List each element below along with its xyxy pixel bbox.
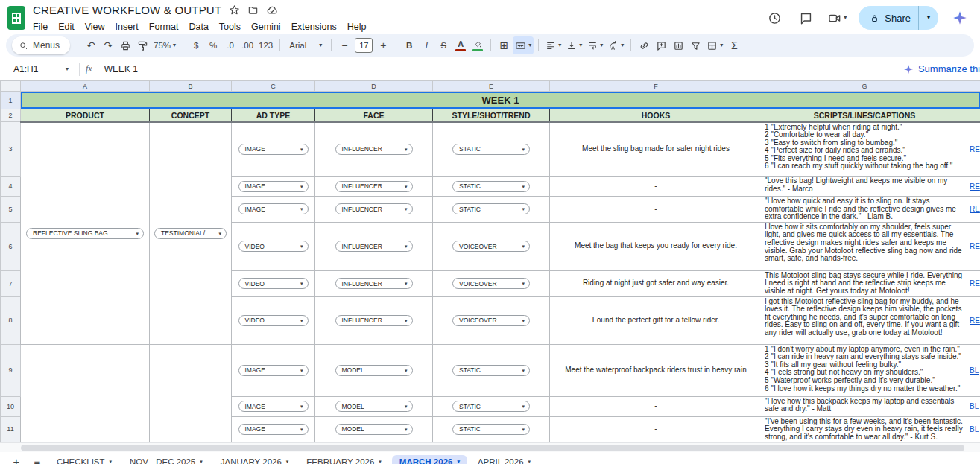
increase-font-size-button[interactable]: + bbox=[375, 36, 391, 54]
font-select[interactable]: Arial ▾ bbox=[285, 36, 326, 54]
header-ad-type[interactable]: AD TYPE bbox=[232, 109, 315, 122]
search-menus-button[interactable]: Menus bbox=[12, 36, 70, 54]
script-cell[interactable]: "I've been using this for a few weeks, a… bbox=[762, 416, 967, 442]
ad-type-cell[interactable]: IMAGE▾ bbox=[232, 396, 315, 416]
ad-type-cell[interactable]: IMAGE▾ bbox=[232, 344, 315, 396]
ad-type-cell[interactable]: IMAGE▾ bbox=[232, 197, 315, 223]
style-select[interactable]: STATIC▾ bbox=[452, 203, 530, 214]
style-select[interactable]: STATIC▾ bbox=[452, 365, 530, 376]
ad-type-cell[interactable]: VIDEO▾ bbox=[232, 222, 315, 270]
row-header[interactable]: 2 bbox=[1, 109, 21, 122]
menu-tools[interactable]: Tools bbox=[214, 22, 246, 32]
insert-comment-button[interactable] bbox=[653, 36, 669, 54]
hook-cell[interactable]: - bbox=[550, 396, 762, 416]
scrollbar-thumb[interactable] bbox=[21, 445, 964, 451]
sheets-logo-icon[interactable] bbox=[7, 6, 25, 30]
column-header-h[interactable] bbox=[967, 81, 980, 92]
link-cell[interactable]: RE bbox=[967, 222, 980, 270]
gemini-button[interactable] bbox=[950, 8, 970, 28]
text-color-button[interactable]: A bbox=[452, 36, 469, 54]
ad-type-cell[interactable]: VIDEO▾ bbox=[232, 270, 315, 296]
number-format-button[interactable]: 123 bbox=[256, 36, 275, 54]
product-cell[interactable] bbox=[21, 344, 150, 442]
text-wrap-button[interactable]: ▾ bbox=[585, 36, 605, 54]
hook-cell[interactable]: Found the perfect gift for a fellow ride… bbox=[550, 296, 762, 344]
name-box[interactable]: A1:H1 ▾ bbox=[9, 64, 73, 74]
ad-type-cell[interactable]: IMAGE▾ bbox=[232, 122, 315, 177]
percent-format-button[interactable]: % bbox=[205, 36, 221, 54]
column-header-e[interactable]: E bbox=[433, 81, 550, 92]
link-cell[interactable]: RE bbox=[967, 177, 980, 197]
menu-gemini[interactable]: Gemini bbox=[246, 22, 286, 32]
version-history-button[interactable] bbox=[765, 8, 784, 28]
header-product[interactable]: PRODUCT bbox=[21, 109, 150, 122]
ad-type-select[interactable]: IMAGE▾ bbox=[238, 144, 309, 155]
strikethrough-button[interactable]: S bbox=[435, 36, 452, 54]
undo-button[interactable]: ↶ bbox=[83, 36, 99, 54]
row-header[interactable]: 11 bbox=[1, 416, 21, 442]
script-cell[interactable]: "I love how quick and easy it is to slin… bbox=[762, 197, 967, 223]
hook-cell[interactable]: Meet the sling bag made for safer night … bbox=[550, 122, 762, 177]
link-cell[interactable]: RE bbox=[967, 197, 980, 223]
menu-edit[interactable]: Edit bbox=[53, 22, 80, 32]
style-select[interactable]: STATIC▾ bbox=[452, 401, 530, 412]
meet-button[interactable]: ▾ bbox=[827, 11, 847, 25]
face-select[interactable]: INFLUENCER▾ bbox=[335, 278, 413, 289]
face-select[interactable]: INFLUENCER▾ bbox=[335, 203, 413, 214]
italic-button[interactable]: I bbox=[418, 36, 434, 54]
share-dropdown-button[interactable]: ▾ bbox=[919, 6, 938, 30]
menu-data[interactable]: Data bbox=[183, 22, 213, 32]
face-select[interactable]: MODEL▾ bbox=[335, 401, 413, 412]
comments-button[interactable] bbox=[796, 8, 815, 28]
link-cell[interactable]: BL bbox=[967, 396, 980, 416]
hook-cell[interactable]: Meet the waterproof backpack riders trus… bbox=[550, 344, 762, 396]
style-select[interactable]: VOICEOVER▾ bbox=[452, 278, 530, 289]
menu-file[interactable]: File bbox=[28, 22, 53, 32]
face-select[interactable]: INFLUENCER▾ bbox=[335, 144, 413, 155]
link-cell[interactable]: RE bbox=[967, 296, 980, 344]
header-h[interactable] bbox=[967, 109, 980, 122]
style-select[interactable]: STATIC▾ bbox=[452, 144, 530, 155]
doc-title[interactable]: CREATIVE WORKFLOW & OUTPUT bbox=[33, 4, 221, 16]
text-rotation-button[interactable]: ▾ bbox=[606, 36, 626, 54]
ad-type-select[interactable]: VIDEO▾ bbox=[238, 315, 309, 326]
style-cell[interactable]: STATIC▾ bbox=[433, 122, 550, 177]
increase-decimals-button[interactable]: .00 bbox=[239, 36, 256, 54]
row-header[interactable]: 10 bbox=[1, 396, 21, 416]
header-style[interactable]: STYLE/SHOT/TREND bbox=[433, 109, 550, 122]
menu-format[interactable]: Format bbox=[144, 22, 184, 32]
header-scripts[interactable]: SCRIPTS/LINES/CAPTIONS bbox=[762, 109, 967, 122]
style-select[interactable]: VOICEOVER▾ bbox=[452, 241, 530, 252]
currency-format-button[interactable]: $ bbox=[188, 36, 204, 54]
face-cell[interactable]: INFLUENCER▾ bbox=[315, 122, 433, 177]
face-cell[interactable]: MODEL▾ bbox=[315, 344, 433, 396]
row-header[interactable]: 8 bbox=[1, 296, 21, 344]
link-cell[interactable]: BL bbox=[967, 416, 980, 442]
face-cell[interactable]: INFLUENCER▾ bbox=[315, 177, 433, 197]
style-cell[interactable]: STATIC▾ bbox=[433, 396, 550, 416]
face-cell[interactable]: INFLUENCER▾ bbox=[315, 296, 433, 344]
sheet-tab-february-2026[interactable]: FEBRUARY 2026▾ bbox=[299, 455, 389, 464]
row-header[interactable]: 7 bbox=[1, 270, 21, 296]
face-cell[interactable]: INFLUENCER▾ bbox=[315, 197, 433, 223]
ad-type-select[interactable]: VIDEO▾ bbox=[238, 278, 309, 289]
decrease-font-size-button[interactable]: − bbox=[336, 36, 353, 54]
hook-cell[interactable]: Riding at night just got safer and way e… bbox=[550, 270, 762, 296]
row-header[interactable]: 9 bbox=[1, 344, 21, 396]
insert-chart-button[interactable] bbox=[670, 36, 686, 54]
share-button[interactable]: Share bbox=[859, 6, 918, 30]
product-cell[interactable]: REFLECTIVE SLING BAG▾ bbox=[21, 122, 150, 345]
script-cell[interactable]: I love how it sits comfortably on my sho… bbox=[762, 222, 967, 270]
style-cell[interactable]: VOICEOVER▾ bbox=[433, 222, 550, 270]
ad-type-cell[interactable]: IMAGE▾ bbox=[232, 416, 315, 442]
paint-format-button[interactable] bbox=[134, 36, 151, 54]
face-select[interactable]: MODEL▾ bbox=[335, 365, 413, 376]
sheet-tab-march-2026[interactable]: MARCH 2026▾ bbox=[392, 455, 467, 464]
ad-type-select[interactable]: IMAGE▾ bbox=[238, 424, 309, 435]
style-cell[interactable]: VOICEOVER▾ bbox=[433, 296, 550, 344]
style-cell[interactable]: STATIC▾ bbox=[433, 197, 550, 223]
ad-type-select[interactable]: IMAGE▾ bbox=[238, 401, 309, 412]
star-button[interactable] bbox=[229, 4, 240, 16]
product-select[interactable]: REFLECTIVE SLING BAG▾ bbox=[26, 228, 144, 239]
ad-type-select[interactable]: IMAGE▾ bbox=[238, 203, 309, 214]
